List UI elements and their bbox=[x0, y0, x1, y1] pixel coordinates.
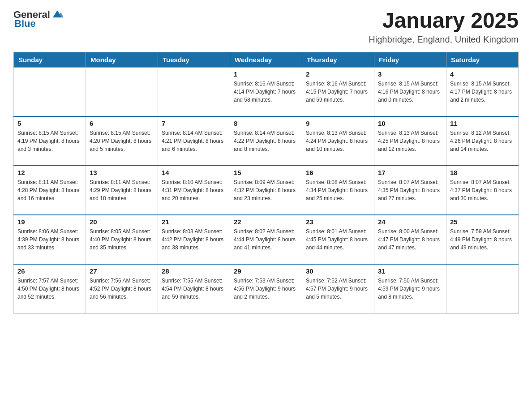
calendar-day-cell bbox=[158, 67, 230, 116]
calendar-day-cell: 23Sunrise: 8:01 AM Sunset: 4:45 PM Dayli… bbox=[302, 215, 374, 264]
day-number: 1 bbox=[234, 70, 298, 78]
calendar-day-cell: 13Sunrise: 8:11 AM Sunset: 4:29 PM Dayli… bbox=[86, 166, 158, 215]
calendar-week-row: 19Sunrise: 8:06 AM Sunset: 4:39 PM Dayli… bbox=[14, 215, 519, 264]
day-of-week-header: Wednesday bbox=[230, 52, 302, 67]
day-info: Sunrise: 8:06 AM Sunset: 4:39 PM Dayligh… bbox=[17, 227, 82, 252]
day-info: Sunrise: 8:07 AM Sunset: 4:35 PM Dayligh… bbox=[378, 178, 442, 202]
calendar-day-cell: 29Sunrise: 7:53 AM Sunset: 4:56 PM Dayli… bbox=[230, 264, 302, 313]
day-info: Sunrise: 8:15 AM Sunset: 4:17 PM Dayligh… bbox=[450, 80, 515, 104]
calendar-day-cell: 21Sunrise: 8:03 AM Sunset: 4:42 PM Dayli… bbox=[158, 215, 230, 264]
day-of-week-header: Sunday bbox=[14, 52, 86, 67]
title-block: January 2025 Highbridge, England, United… bbox=[369, 9, 519, 45]
day-number: 12 bbox=[17, 169, 82, 176]
day-info: Sunrise: 8:00 AM Sunset: 4:47 PM Dayligh… bbox=[378, 227, 442, 252]
calendar-day-cell bbox=[86, 67, 158, 116]
calendar-day-cell: 3Sunrise: 8:15 AM Sunset: 4:16 PM Daylig… bbox=[374, 67, 446, 116]
day-number: 26 bbox=[17, 267, 82, 275]
day-number: 15 bbox=[234, 169, 298, 176]
day-info: Sunrise: 8:13 AM Sunset: 4:25 PM Dayligh… bbox=[378, 129, 442, 153]
day-info: Sunrise: 7:55 AM Sunset: 4:54 PM Dayligh… bbox=[162, 277, 226, 301]
day-of-week-header: Saturday bbox=[446, 52, 519, 67]
day-number: 29 bbox=[234, 267, 298, 275]
day-info: Sunrise: 8:14 AM Sunset: 4:21 PM Dayligh… bbox=[162, 129, 226, 153]
day-number: 3 bbox=[378, 70, 442, 78]
day-info: Sunrise: 8:15 AM Sunset: 4:16 PM Dayligh… bbox=[378, 80, 442, 104]
day-of-week-header: Monday bbox=[86, 52, 158, 67]
day-info: Sunrise: 8:16 AM Sunset: 4:14 PM Dayligh… bbox=[234, 80, 298, 104]
day-number: 13 bbox=[90, 169, 154, 176]
day-number: 27 bbox=[90, 267, 154, 275]
day-info: Sunrise: 8:01 AM Sunset: 4:45 PM Dayligh… bbox=[306, 227, 370, 252]
calendar-day-cell: 2Sunrise: 8:16 AM Sunset: 4:15 PM Daylig… bbox=[302, 67, 374, 116]
logo-icon bbox=[51, 8, 64, 20]
day-number: 10 bbox=[378, 120, 442, 127]
calendar-day-cell: 27Sunrise: 7:56 AM Sunset: 4:52 PM Dayli… bbox=[86, 264, 158, 313]
calendar-day-cell: 24Sunrise: 8:00 AM Sunset: 4:47 PM Dayli… bbox=[374, 215, 446, 264]
day-number: 8 bbox=[234, 120, 298, 127]
day-info: Sunrise: 7:50 AM Sunset: 4:59 PM Dayligh… bbox=[378, 277, 442, 301]
month-title: January 2025 bbox=[369, 9, 519, 33]
calendar-day-cell: 22Sunrise: 8:02 AM Sunset: 4:44 PM Dayli… bbox=[230, 215, 302, 264]
day-number: 19 bbox=[17, 218, 82, 226]
calendar-header-row: SundayMondayTuesdayWednesdayThursdayFrid… bbox=[14, 52, 519, 67]
calendar-week-row: 1Sunrise: 8:16 AM Sunset: 4:14 PM Daylig… bbox=[14, 67, 519, 116]
day-info: Sunrise: 8:11 AM Sunset: 4:28 PM Dayligh… bbox=[17, 178, 82, 202]
day-info: Sunrise: 8:14 AM Sunset: 4:22 PM Dayligh… bbox=[234, 129, 298, 153]
calendar-day-cell: 11Sunrise: 8:12 AM Sunset: 4:26 PM Dayli… bbox=[446, 116, 519, 166]
page-header: General Blue January 2025 Highbridge, En… bbox=[13, 9, 519, 45]
day-number: 2 bbox=[306, 70, 370, 78]
calendar-table: SundayMondayTuesdayWednesdayThursdayFrid… bbox=[13, 52, 519, 314]
day-info: Sunrise: 8:12 AM Sunset: 4:26 PM Dayligh… bbox=[450, 129, 515, 153]
calendar-day-cell: 20Sunrise: 8:05 AM Sunset: 4:40 PM Dayli… bbox=[86, 215, 158, 264]
calendar-day-cell: 6Sunrise: 8:15 AM Sunset: 4:20 PM Daylig… bbox=[86, 116, 158, 166]
calendar-day-cell: 17Sunrise: 8:07 AM Sunset: 4:35 PM Dayli… bbox=[374, 166, 446, 215]
location-title: Highbridge, England, United Kingdom bbox=[369, 34, 519, 45]
day-of-week-header: Friday bbox=[374, 52, 446, 67]
day-info: Sunrise: 8:09 AM Sunset: 4:32 PM Dayligh… bbox=[234, 178, 298, 202]
calendar-day-cell: 18Sunrise: 8:07 AM Sunset: 4:37 PM Dayli… bbox=[446, 166, 519, 215]
calendar-day-cell bbox=[446, 264, 519, 313]
day-number: 25 bbox=[450, 218, 515, 226]
calendar-day-cell: 1Sunrise: 8:16 AM Sunset: 4:14 PM Daylig… bbox=[230, 67, 302, 116]
day-number: 9 bbox=[306, 120, 370, 127]
day-info: Sunrise: 7:59 AM Sunset: 4:49 PM Dayligh… bbox=[450, 227, 515, 252]
day-number: 7 bbox=[162, 120, 226, 127]
calendar-day-cell: 30Sunrise: 7:52 AM Sunset: 4:57 PM Dayli… bbox=[302, 264, 374, 313]
day-number: 24 bbox=[378, 218, 442, 226]
calendar-day-cell: 15Sunrise: 8:09 AM Sunset: 4:32 PM Dayli… bbox=[230, 166, 302, 215]
day-number: 6 bbox=[90, 120, 154, 127]
calendar-day-cell: 31Sunrise: 7:50 AM Sunset: 4:59 PM Dayli… bbox=[374, 264, 446, 313]
day-info: Sunrise: 7:57 AM Sunset: 4:50 PM Dayligh… bbox=[17, 277, 82, 301]
day-info: Sunrise: 7:53 AM Sunset: 4:56 PM Dayligh… bbox=[234, 277, 298, 301]
day-number: 22 bbox=[234, 218, 298, 226]
calendar-day-cell: 28Sunrise: 7:55 AM Sunset: 4:54 PM Dayli… bbox=[158, 264, 230, 313]
day-number: 17 bbox=[378, 169, 442, 176]
day-of-week-header: Tuesday bbox=[158, 52, 230, 67]
day-info: Sunrise: 8:10 AM Sunset: 4:31 PM Dayligh… bbox=[162, 178, 226, 202]
calendar-day-cell: 7Sunrise: 8:14 AM Sunset: 4:21 PM Daylig… bbox=[158, 116, 230, 166]
day-info: Sunrise: 8:15 AM Sunset: 4:19 PM Dayligh… bbox=[17, 129, 82, 153]
day-of-week-header: Thursday bbox=[302, 52, 374, 67]
day-number: 14 bbox=[162, 169, 226, 176]
day-info: Sunrise: 7:52 AM Sunset: 4:57 PM Dayligh… bbox=[306, 277, 370, 301]
calendar-week-row: 26Sunrise: 7:57 AM Sunset: 4:50 PM Dayli… bbox=[14, 264, 519, 313]
day-number: 28 bbox=[162, 267, 226, 275]
calendar-day-cell: 5Sunrise: 8:15 AM Sunset: 4:19 PM Daylig… bbox=[14, 116, 86, 166]
day-number: 21 bbox=[162, 218, 226, 226]
day-info: Sunrise: 7:56 AM Sunset: 4:52 PM Dayligh… bbox=[90, 277, 154, 301]
calendar-day-cell: 14Sunrise: 8:10 AM Sunset: 4:31 PM Dayli… bbox=[158, 166, 230, 215]
day-number: 30 bbox=[306, 267, 370, 275]
calendar-day-cell: 26Sunrise: 7:57 AM Sunset: 4:50 PM Dayli… bbox=[14, 264, 86, 313]
logo-blue: Blue bbox=[14, 18, 36, 30]
day-number: 18 bbox=[450, 169, 515, 176]
day-info: Sunrise: 8:05 AM Sunset: 4:40 PM Dayligh… bbox=[90, 227, 154, 252]
day-number: 11 bbox=[450, 120, 515, 127]
day-number: 23 bbox=[306, 218, 370, 226]
day-info: Sunrise: 8:02 AM Sunset: 4:44 PM Dayligh… bbox=[234, 227, 298, 252]
day-info: Sunrise: 8:11 AM Sunset: 4:29 PM Dayligh… bbox=[90, 178, 154, 202]
day-number: 20 bbox=[90, 218, 154, 226]
day-info: Sunrise: 8:15 AM Sunset: 4:20 PM Dayligh… bbox=[90, 129, 154, 153]
calendar-day-cell: 8Sunrise: 8:14 AM Sunset: 4:22 PM Daylig… bbox=[230, 116, 302, 166]
calendar-day-cell: 9Sunrise: 8:13 AM Sunset: 4:24 PM Daylig… bbox=[302, 116, 374, 166]
calendar-week-row: 5Sunrise: 8:15 AM Sunset: 4:19 PM Daylig… bbox=[14, 116, 519, 166]
